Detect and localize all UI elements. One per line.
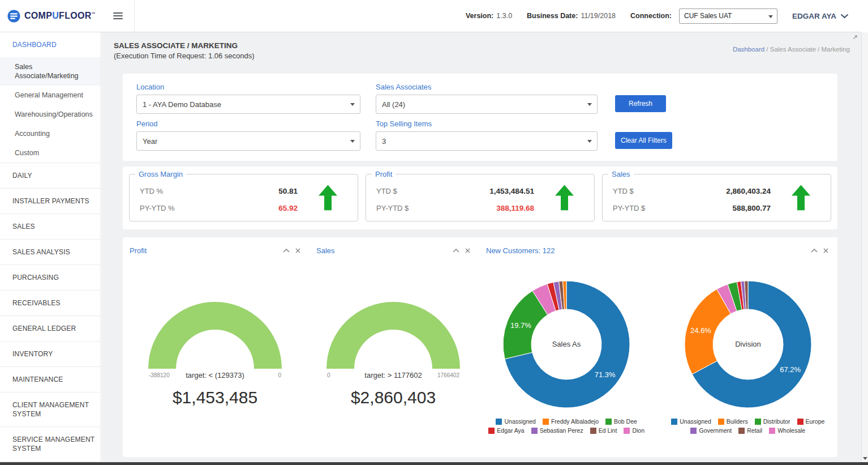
kpi-metric-row: YTD $ 2,860,403.24 — [613, 182, 820, 199]
sidebar-item-general-management[interactable]: General Management — [0, 86, 101, 105]
vertical-scrollbar[interactable] — [861, 32, 868, 462]
triangle-down-icon — [863, 457, 867, 460]
donut-percent-label: 71.3% — [595, 370, 616, 379]
sales-associates-select[interactable]: All (24) — [376, 95, 598, 114]
sidebar-item-maintenance[interactable]: MAINTENANCE — [0, 366, 101, 392]
sidebar-item-warehousing-operations[interactable]: Warehousing/Operations — [0, 105, 101, 124]
legend-swatch — [605, 419, 612, 425]
gauge-max-label: 0 — [278, 372, 281, 378]
kpi-box-profit: Profit YTD $ 1,453,484.51 PY-YTD $ 388,1… — [366, 174, 595, 221]
sidebar-item-installer-payments[interactable]: INSTALLER PAYMENTS — [0, 188, 101, 214]
kpi-metric-label: YTD $ — [376, 187, 424, 195]
sidebar-item-sales[interactable]: SALES — [0, 214, 101, 239]
legend-item-wholesale[interactable]: Wholesale — [769, 427, 805, 434]
logo-text: COMPUFLOOR™ — [24, 11, 96, 21]
app-logo: COMPUFLOOR™ — [0, 0, 101, 32]
sidebar-item-receivables[interactable]: RECEIVABLES — [0, 290, 101, 315]
sidebar-item-custom[interactable]: Custom — [0, 143, 101, 163]
legend-swatch — [590, 428, 596, 434]
profit-gauge-panel: Profit -388120 target: < (129373) 0 $1,4… — [123, 245, 310, 407]
top-selling-items-label: Top Selling Items — [376, 120, 598, 128]
gauge-value: $1,453,485 — [173, 388, 257, 407]
hamburger-menu-icon[interactable] — [113, 12, 123, 19]
sales-as-legend: UnassignedFreddy AlbaladejoBob DeeEdgar … — [485, 418, 648, 436]
close-panel-icon[interactable] — [465, 248, 470, 253]
kpi-metric-label: YTD % — [140, 187, 187, 195]
sidebar-item-inventory[interactable]: INVENTORY — [0, 341, 101, 366]
sidebar-item-accounting[interactable]: Accounting — [0, 124, 101, 143]
legend-item-builders[interactable]: Builders — [718, 418, 748, 425]
legend-swatch — [543, 419, 549, 425]
legend-item-ed-lint[interactable]: Ed Lint — [590, 427, 617, 434]
sidebar-item-general-ledger[interactable]: GENERAL LEDGER — [0, 315, 101, 341]
sidebar-item-daily[interactable]: DAILY — [0, 163, 101, 188]
legend-swatch — [690, 428, 697, 434]
page-header: SALES ASSOCIATE / MARKETING (Execution T… — [102, 32, 861, 67]
kpi-metric-row: PY-YTD $ 388,119.68 — [376, 199, 584, 216]
breadcrumb: Dashboard / Sales Associate / Marketing — [733, 46, 850, 61]
collapse-panel-icon[interactable] — [811, 249, 818, 253]
legend-item-dion[interactable]: Dion — [624, 427, 644, 434]
trend-up-arrow-icon — [555, 185, 574, 211]
top-selling-items-select[interactable]: 3 — [376, 131, 598, 151]
legend-item-sebastian-perez[interactable]: Sebastian Perez — [531, 427, 583, 434]
scroll-down-button[interactable] — [862, 454, 868, 462]
horizontal-scrollbar[interactable] — [0, 462, 868, 465]
donut-center-label: Division — [735, 340, 761, 348]
kpi-metric-label: PY-YTD % — [140, 204, 187, 212]
legend-item-distributor[interactable]: Distributor — [755, 418, 790, 425]
kpi-row: Gross Margin YTD % 50.81 PY-YTD % 65.92 … — [123, 167, 837, 229]
legend-swatch — [488, 428, 495, 434]
breadcrumb-link-dashboard[interactable]: Dashboard — [733, 46, 764, 53]
sales-gauge-chart: 0 target: > 1177602 1766402 $2,860,403 — [316, 298, 470, 407]
legend-item-retail[interactable]: Retail — [738, 427, 762, 434]
sidebar-nav: DASHBOARDSales Associate/MarketingGenera… — [0, 32, 101, 462]
donut-percent-label: 19.7% — [510, 321, 531, 330]
sidebar: DASHBOARDSales Associate/MarketingGenera… — [0, 32, 101, 462]
chevron-down-icon — [587, 103, 592, 106]
top-bar-right: Version:1.3.0 Business Date:11/19/2018 C… — [466, 0, 861, 32]
sidebar-item-client-management-system[interactable]: CLIENT MANAGEMENT SYSTEM — [0, 392, 101, 426]
legend-item-government[interactable]: Government — [690, 427, 732, 434]
sidebar-item-sales-analysis[interactable]: SALES ANALYSIS — [0, 239, 101, 265]
legend-item-unassigned[interactable]: Unassigned — [496, 418, 535, 425]
refresh-button[interactable]: Refresh — [615, 95, 666, 112]
legend-swatch — [769, 428, 775, 434]
user-menu[interactable]: EDGAR AYA — [792, 12, 849, 20]
legend-label: Retail — [747, 427, 762, 434]
chevron-down-icon — [587, 140, 592, 143]
division-legend: UnassignedBuildersDistributorEuropeGover… — [668, 418, 828, 436]
legend-item-edgar-aya[interactable]: Edgar Aya — [488, 427, 524, 434]
clear-all-filters-button[interactable]: Clear All Filters — [615, 132, 672, 149]
sales-associates-selected-value: All (24) — [382, 100, 405, 109]
sidebar-item-purchasing[interactable]: PURCHASING — [0, 265, 101, 290]
close-panel-icon[interactable] — [295, 248, 300, 253]
legend-item-unassigned[interactable]: Unassigned — [671, 418, 711, 425]
period-select[interactable]: Year — [136, 131, 360, 151]
kpi-box-gross-margin: Gross Margin YTD % 50.81 PY-YTD % 65.92 — [129, 174, 358, 221]
connection-select[interactable]: CUF Sales UAT — [679, 8, 777, 24]
collapse-panel-icon[interactable] — [453, 249, 459, 253]
legend-item-freddy-albaladejo[interactable]: Freddy Albaladejo — [543, 418, 599, 425]
legend-swatch — [496, 419, 502, 425]
sidebar-item-sales-associate-marketing[interactable]: Sales Associate/Marketing — [0, 57, 101, 86]
period-selected-value: Year — [143, 137, 157, 146]
cards-container: Location 1 - AYA Demo Database Sales Ass… — [102, 67, 861, 457]
sidebar-item-service-management-system[interactable]: SERVICE MANAGEMENT SYSTEM — [0, 426, 101, 462]
legend-label: Bob Dee — [614, 418, 637, 425]
sidebar-item-dashboard[interactable]: DASHBOARD — [0, 32, 101, 57]
legend-label: Edgar Aya — [497, 427, 524, 434]
legend-item-europe[interactable]: Europe — [797, 418, 825, 425]
charts-panel: Profit -388120 target: < (129373) 0 $1,4… — [123, 237, 837, 457]
close-panel-icon[interactable] — [823, 248, 828, 253]
legend-swatch — [718, 419, 724, 425]
collapse-panel-icon[interactable] — [283, 249, 290, 253]
kpi-title: Gross Margin — [135, 170, 186, 178]
filters-panel: Location 1 - AYA Demo Database Sales Ass… — [123, 74, 837, 161]
period-field: Period Year — [136, 120, 360, 151]
legend-item-bob-dee[interactable]: Bob Dee — [605, 418, 637, 425]
sales-associates-label: Sales Associates — [376, 83, 598, 91]
connection-label: Connection: — [630, 12, 672, 20]
location-select[interactable]: 1 - AYA Demo Database — [136, 95, 360, 114]
panel-title-sales: Sales — [316, 246, 453, 255]
